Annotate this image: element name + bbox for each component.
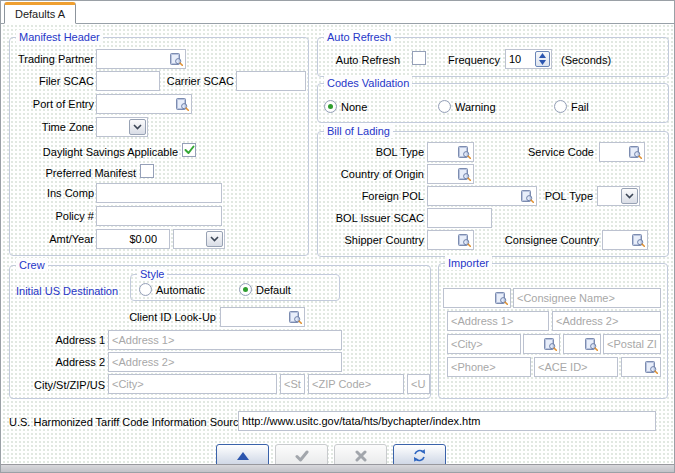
radio-warning[interactable]	[438, 100, 451, 113]
radio-fail[interactable]	[554, 100, 567, 113]
tariff-url-input[interactable]	[239, 415, 655, 427]
ins-comp-input[interactable]	[97, 187, 221, 199]
importer-postal-input[interactable]	[604, 338, 660, 350]
port-of-entry-field[interactable]	[96, 94, 192, 114]
service-code-field[interactable]	[599, 142, 645, 162]
radio-none[interactable]	[324, 100, 337, 113]
city-input[interactable]	[109, 378, 276, 390]
ins-comp-field[interactable]	[96, 183, 222, 203]
importer-city-field[interactable]	[447, 334, 521, 354]
importer-phone-field[interactable]	[447, 357, 531, 377]
frequency-input[interactable]	[506, 53, 534, 65]
time-zone-input[interactable]	[97, 121, 128, 133]
importer-address1-field[interactable]	[447, 311, 549, 331]
bol-issuer-scac-input[interactable]	[428, 212, 491, 224]
spin-down-button[interactable]	[536, 59, 549, 66]
lookup-button[interactable]	[456, 144, 472, 160]
radio-automatic[interactable]	[139, 283, 152, 296]
zip-field[interactable]	[308, 374, 404, 394]
shipper-country-input[interactable]	[428, 234, 456, 246]
foreign-pol-input[interactable]	[428, 190, 519, 202]
carrier-scac-field[interactable]	[236, 71, 306, 91]
filer-scac-field[interactable]	[96, 71, 160, 91]
address1-field[interactable]	[108, 330, 342, 350]
dropdown-button[interactable]	[206, 231, 223, 247]
importer-ace-lookup-field[interactable]	[621, 357, 661, 377]
consignee-country-input[interactable]	[603, 234, 630, 246]
amt-year-input[interactable]	[97, 233, 169, 245]
address1-input[interactable]	[109, 334, 341, 346]
client-id-lookup-field[interactable]	[220, 307, 305, 327]
consignee-country-field[interactable]	[602, 230, 648, 250]
lookup-button[interactable]	[456, 166, 472, 182]
trading-partner-input[interactable]	[97, 53, 168, 65]
importer-country-lookup-field[interactable]	[563, 334, 601, 354]
importer-state-lookup-field[interactable]	[523, 334, 560, 354]
country-of-origin-field[interactable]	[427, 164, 474, 184]
amt-year-unit-input[interactable]	[174, 233, 205, 245]
lookup-button[interactable]	[174, 96, 190, 112]
carrier-scac-input[interactable]	[237, 75, 305, 87]
preferred-manifest-checkbox[interactable]	[140, 164, 154, 178]
frequency-spinner[interactable]	[505, 49, 552, 69]
bol-type-field[interactable]	[427, 142, 474, 162]
policy-input[interactable]	[97, 210, 221, 222]
time-zone-combo[interactable]	[96, 117, 148, 137]
lookup-button[interactable]	[643, 359, 659, 375]
address2-input[interactable]	[109, 356, 341, 368]
spin-up-button[interactable]	[536, 52, 549, 59]
filer-scac-input[interactable]	[97, 75, 159, 87]
lookup-button[interactable]	[583, 336, 599, 352]
port-of-entry-input[interactable]	[97, 98, 174, 110]
us-input[interactable]	[408, 378, 429, 390]
amt-year-field[interactable]	[96, 229, 170, 249]
shipper-country-field[interactable]	[427, 230, 474, 250]
importer-country-lookup-input[interactable]	[564, 338, 583, 350]
importer-state-lookup-input[interactable]	[524, 338, 542, 350]
lookup-button[interactable]	[630, 232, 646, 248]
spinner-buttons[interactable]	[535, 51, 550, 67]
lookup-button[interactable]	[542, 336, 558, 352]
tariff-url-field[interactable]	[238, 411, 656, 431]
bol-issuer-scac-field[interactable]	[427, 208, 492, 228]
zip-input[interactable]	[309, 378, 403, 390]
state-field[interactable]	[280, 374, 305, 394]
importer-ace-lookup-input[interactable]	[622, 361, 643, 373]
trading-partner-field[interactable]	[96, 49, 186, 69]
client-id-input[interactable]	[221, 311, 287, 323]
importer-city-input[interactable]	[448, 338, 520, 350]
importer-address2-input[interactable]	[553, 315, 660, 327]
amt-year-combo[interactable]	[173, 229, 225, 249]
lookup-button[interactable]	[627, 144, 643, 160]
consignee-name-field[interactable]	[513, 288, 661, 308]
lookup-button[interactable]	[493, 290, 509, 306]
service-code-input[interactable]	[600, 146, 627, 158]
daylight-savings-checkbox[interactable]	[182, 143, 196, 157]
address2-field[interactable]	[108, 352, 342, 372]
lookup-button[interactable]	[168, 51, 184, 67]
bol-type-input[interactable]	[428, 146, 456, 158]
policy-field[interactable]	[96, 206, 222, 226]
importer-address2-field[interactable]	[552, 311, 661, 331]
radio-default[interactable]	[239, 283, 252, 296]
us-field[interactable]	[407, 374, 430, 394]
country-of-origin-input[interactable]	[428, 168, 456, 180]
tab-defaults-a[interactable]: Defaults A	[4, 2, 76, 24]
importer-address1-input[interactable]	[448, 315, 548, 327]
dropdown-button[interactable]	[621, 188, 638, 204]
dropdown-button[interactable]	[129, 119, 146, 135]
consignee-name-input[interactable]	[514, 292, 660, 304]
foreign-pol-field[interactable]	[427, 186, 537, 206]
lookup-button[interactable]	[456, 232, 472, 248]
importer-ace-id-field[interactable]	[534, 357, 618, 377]
importer-postal-field[interactable]	[603, 334, 661, 354]
lookup-button[interactable]	[287, 309, 303, 325]
pol-type-input[interactable]	[598, 190, 620, 202]
importer-phone-input[interactable]	[448, 361, 530, 373]
state-input[interactable]	[281, 378, 304, 390]
pol-type-combo[interactable]	[597, 186, 640, 206]
lookup-button[interactable]	[519, 188, 535, 204]
importer-lookup-input[interactable]	[444, 292, 493, 304]
city-field[interactable]	[108, 374, 277, 394]
importer-lookup-field[interactable]	[443, 288, 511, 308]
